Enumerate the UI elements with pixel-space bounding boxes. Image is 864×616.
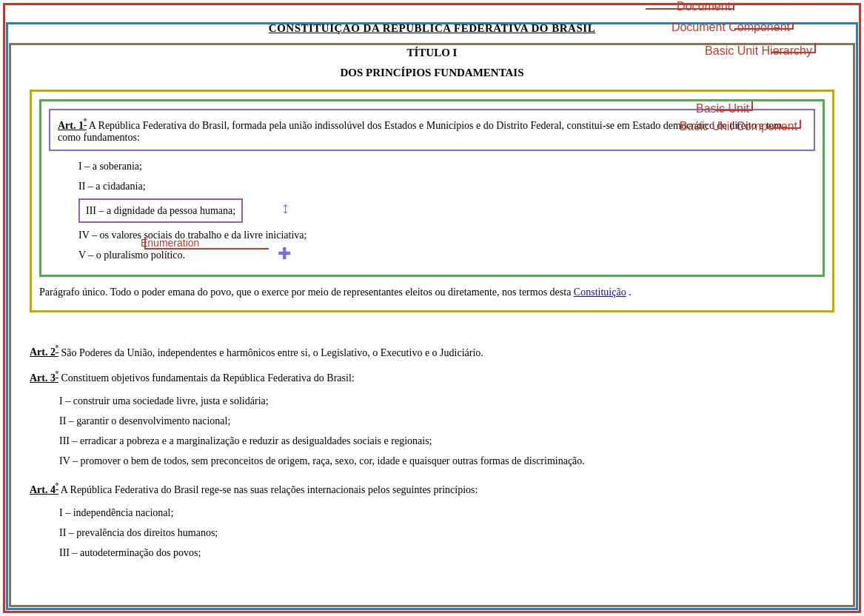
art3-numero: º [56,369,58,379]
line-buh-h [771,52,816,53]
art3-label: Art. 3º [30,372,58,384]
label-doc-component: Document Component [672,21,790,34]
line-buc-h [771,127,801,129]
art4-text: A República Federativa do Brasil rege-se… [61,484,478,495]
label-enumeration: Enumeration [141,237,199,249]
line-document-v [733,3,734,10]
line-enum-right [210,248,269,250]
art1-text: A República Federativa do Brasil, formad… [58,120,782,143]
constituicao-link[interactable]: Constituição [574,287,626,298]
art2-label: Art. 2º [30,346,58,358]
label-basic-unit: Basic Unit [696,102,749,116]
label-basic-unit-component: Basic Unit Component [680,120,797,133]
art3-item-3: III – erradicar a pobreza e a marginaliz… [59,433,834,449]
art4-numero: º [56,481,58,491]
art4-line: Art. 4º A República Federativa do Brasil… [30,479,834,498]
paragrafo-text: Parágrafo único. Todo o poder emana do p… [39,287,571,298]
label-document: Document [677,0,731,13]
art1-numero: º [84,116,87,127]
line-buh-v [814,43,816,53]
art2-line: Art. 2º São Poderes da União, independen… [30,342,834,361]
paragrafo-unico: Parágrafo único. Todo o poder emana do p… [39,284,825,300]
label-buh: Basic Unit Hierarchy [705,44,812,58]
paragrafo-end: . [629,287,632,298]
line-bu-v [751,101,753,111]
enum-item-3-highlighted: III – a dignidade da pessoa humana; [78,198,243,223]
art4-label: Art. 4º [30,484,58,495]
line-bu-h [716,110,753,111]
art4-item-3: III – autodeterminação dos povos; [59,545,834,560]
line-doc-comp-h [734,28,794,30]
line-enum-v [144,237,146,250]
line-document-h [646,8,734,10]
art3-item-4: IV – promover o bem de todos, sem precon… [59,453,834,469]
art1-label: Art. 1º [58,120,87,131]
enum-arrow-icon: ↕ [281,200,289,216]
art3-item-2: II – garantir o desenvolvimento nacional… [59,413,834,429]
enum-item-2: II – a cidadania; [78,178,815,194]
line-doc-comp-v [792,22,794,30]
art3-text: Constituem objetivos fundamentais da Rep… [61,372,354,384]
enum-item-3: III – a dignidade da pessoa humana; [78,198,815,223]
line-enum-h [144,248,211,250]
art2-numero: º [56,344,58,354]
enum-cross-icon: ✚ [278,244,291,264]
below-content: Art. 2º São Poderes da União, independen… [0,327,864,580]
art3-line: Art. 3º Constituem objetivos fundamentai… [30,367,834,386]
principios-label: DOS PRINCÍPIOS FUNDAMENTAIS [30,67,834,79]
art4-item-1: I – independência nacional; [59,505,834,520]
art3-item-1: I – construir uma sociedade livre, justa… [59,393,834,409]
art4-item-2: II – prevalência dos direitos humanos; [59,525,834,540]
enum-item-1: I – a soberania; [78,158,815,174]
art2-text: São Poderes da União, independentes e ha… [61,346,483,358]
line-buc-v [800,120,801,129]
page-wrapper: Document Document Component Basic Unit H… [0,0,864,616]
